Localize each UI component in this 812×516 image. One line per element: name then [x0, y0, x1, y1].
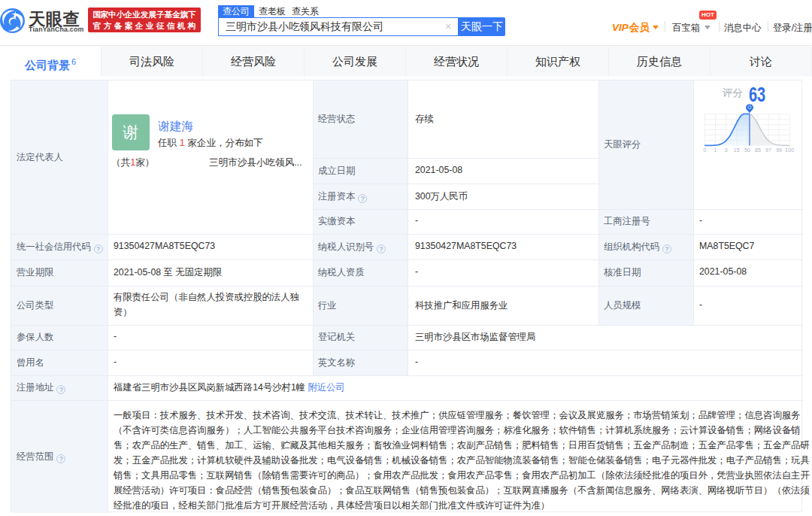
svg-text:0: 0 [703, 147, 706, 153]
svg-text:1: 1 [714, 147, 717, 153]
svg-text:50: 50 [744, 147, 750, 153]
svg-text:15: 15 [734, 147, 740, 153]
svg-text:85: 85 [755, 147, 761, 153]
svg-text:3: 3 [725, 147, 728, 153]
svg-text:99: 99 [776, 147, 782, 153]
svg-text:100: 100 [785, 147, 794, 153]
svg-text:97: 97 [765, 147, 771, 153]
